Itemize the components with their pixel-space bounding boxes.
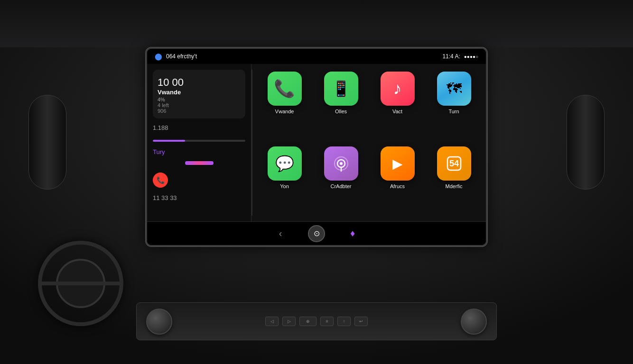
car-scene: ⬤ 064 efrcthy't 11:4 A: ●●●●○ 10 00 Vwan… <box>0 0 633 364</box>
app-messages[interactable]: 💬 Yon <box>260 146 309 214</box>
dashboard-top <box>0 0 633 47</box>
siri-icon: ♦ <box>350 228 355 239</box>
ctrl-btn-5[interactable]: ↑ <box>337 317 351 326</box>
right-vent <box>567 95 605 190</box>
progress-label: Tury <box>153 148 245 155</box>
app-maps[interactable]: 🗺 Turn <box>429 72 478 139</box>
app-podcast-label: CrAdbter <box>330 183 351 189</box>
ctrl-btn-3[interactable]: ⊕ <box>299 317 316 326</box>
svg-text:54: 54 <box>449 159 458 168</box>
app-phone2[interactable]: 📱 Olles <box>316 72 365 139</box>
app-tunein-label: Afrucs <box>390 183 405 189</box>
status-source: 064 efrcthy't <box>166 53 197 60</box>
app-messages-label: Yon <box>280 183 289 189</box>
main-content: 10 00 Vwande 4% 4 left 906 1.188 Tury 📞 <box>147 64 486 221</box>
apps-grid: 📞 Vwande 📱 Olles ♪ Vact <box>252 64 486 221</box>
status-left: ⬤ 064 efrcthy't <box>155 53 197 60</box>
progress-fill <box>153 140 185 142</box>
carplay-icon: ⬤ <box>155 53 162 60</box>
left-panel: 10 00 Vwande 4% 4 left 906 1.188 Tury 📞 <box>147 64 251 221</box>
app-overcast-label: Mderfic <box>445 183 462 189</box>
maps-icon: 🗺 <box>437 72 471 106</box>
siri-button[interactable]: ♦ <box>344 225 361 242</box>
status-signal: ●●●●○ <box>464 54 478 59</box>
np-signal: 4 left <box>158 102 241 108</box>
messages-icon: 💬 <box>268 146 302 181</box>
app-podcast[interactable]: CrAdbter <box>316 146 365 214</box>
screen-housing: ⬤ 064 efrcthy't 11:4 A: ●●●●○ 10 00 Vwan… <box>146 47 487 246</box>
left-knob[interactable] <box>146 309 172 335</box>
back-icon: ‹ <box>279 228 282 239</box>
podcast-icon <box>324 146 358 181</box>
bottom-bar: ‹ ⊙ ♦ <box>147 221 486 245</box>
status-right: 11:4 A: ●●●●○ <box>442 53 478 60</box>
call-end-button[interactable]: 📞 <box>153 173 168 188</box>
call-time: 11 33 33 <box>153 194 245 201</box>
app-tunein[interactable]: ▶ Afrucs <box>373 146 422 214</box>
physical-controls: ◁ ▷ ⊕ ≡ ↑ ↩ <box>136 302 497 340</box>
app-maps-label: Turn <box>448 109 459 114</box>
phone2-icon: 📱 <box>324 72 358 106</box>
call-icon: 📞 <box>157 176 165 184</box>
np-extra: 906 <box>158 108 241 114</box>
left-vent <box>28 95 66 190</box>
status-time: 11:4 A: <box>442 53 460 60</box>
track-time: 1.188 <box>153 122 245 133</box>
np-battery: 4% <box>158 97 241 102</box>
steering-wheel <box>38 241 123 326</box>
svg-point-1 <box>340 162 343 165</box>
ctrl-btn-6[interactable]: ↩ <box>354 317 368 326</box>
app-overcast[interactable]: 54 Mderfic <box>429 146 478 214</box>
np-title: Vwande <box>158 89 241 96</box>
ctrl-btn-1[interactable]: ◁ <box>265 317 279 326</box>
control-buttons-group: ◁ ▷ ⊕ ≡ ↑ ↩ <box>265 317 368 326</box>
home-icon: ⊙ <box>314 229 320 238</box>
phone-icon: 📞 <box>268 72 302 106</box>
app-phone-label: Vwande <box>275 109 294 114</box>
now-playing-card: 10 00 Vwande 4% 4 left 906 <box>153 70 245 118</box>
app-phone[interactable]: 📞 Vwande <box>260 72 309 139</box>
carplay-screen: ⬤ 064 efrcthy't 11:4 A: ●●●●○ 10 00 Vwan… <box>147 49 486 245</box>
app-music[interactable]: ♪ Vact <box>373 72 422 139</box>
music-icon: ♪ <box>381 72 415 106</box>
tunein-icon: ▶ <box>381 146 415 181</box>
app-music-label: Vact <box>392 109 402 114</box>
right-knob[interactable] <box>461 309 487 335</box>
np-time: 10 00 <box>158 76 241 89</box>
ctrl-btn-4[interactable]: ≡ <box>320 317 334 326</box>
home-button[interactable]: ⊙ <box>308 225 325 242</box>
back-button[interactable]: ‹ <box>272 225 289 242</box>
ctrl-btn-2[interactable]: ▷ <box>282 317 296 326</box>
app-phone2-label: Olles <box>335 109 347 114</box>
siri-wave <box>185 161 214 165</box>
progress-bar <box>153 140 245 142</box>
overcast-icon: 54 <box>437 146 471 181</box>
status-bar: ⬤ 064 efrcthy't 11:4 A: ●●●●○ <box>147 49 486 64</box>
